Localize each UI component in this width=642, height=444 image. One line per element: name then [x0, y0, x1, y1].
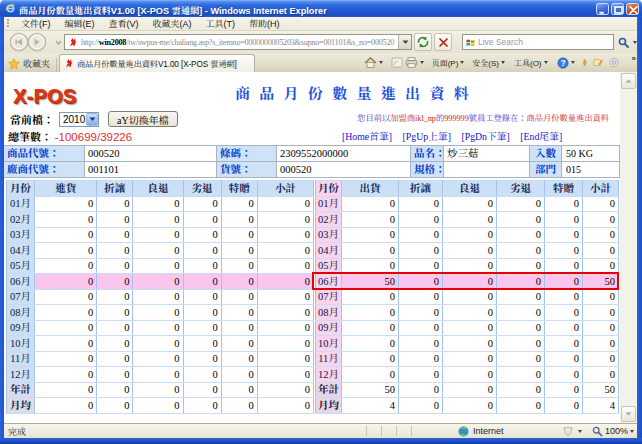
product-form: 商品代號： 000520 條碼： 2309552000000 品名： 炒三菇 入…	[4, 145, 620, 178]
table-row: 09月000000	[316, 320, 619, 336]
dropdown-carat-icon	[420, 61, 424, 64]
vertical-scrollbar[interactable]	[620, 72, 637, 423]
cell-value: 0	[97, 305, 133, 321]
cell-value: 0	[35, 196, 97, 212]
toolbar-overflow-chevron[interactable]: »	[632, 53, 636, 72]
xpos-logo: X-POS	[13, 85, 76, 108]
page-menu-button[interactable]: 页面(P)	[432, 53, 465, 72]
recent-pages-dropdown[interactable]	[54, 38, 63, 47]
menu-favorites[interactable]: 收藏夹(A)	[146, 16, 199, 31]
tools-menu-button[interactable]: 工具(O)	[514, 53, 548, 72]
cell-value: 0	[399, 320, 443, 336]
search-input[interactable]: Live Search	[462, 34, 614, 50]
scroll-up-button[interactable]	[621, 73, 636, 89]
help-button[interactable]: ?	[557, 53, 575, 72]
scroll-down-button[interactable]	[621, 406, 636, 422]
refresh-button[interactable]	[414, 33, 432, 51]
address-field[interactable]: http://win2008/tw/swpos-me/chaliang.asp?…	[64, 34, 412, 50]
menu-view[interactable]: 查看(V)	[102, 16, 146, 31]
search-button[interactable]	[616, 34, 630, 50]
field-label-product-name: 品名：	[411, 146, 444, 162]
addon-messenger-button[interactable]	[609, 53, 619, 72]
print-button[interactable]	[405, 53, 424, 72]
year-select[interactable]: 2010	[59, 112, 99, 127]
login-text: 的	[436, 114, 444, 123]
minimize-button[interactable]	[596, 3, 609, 15]
cell-value: 0	[133, 196, 183, 212]
tab-bar: 收藏夹 商品月份數量進出資料V1.00 [X-POS 雲通網]	[4, 53, 637, 72]
home-button[interactable]	[364, 53, 383, 72]
cell-value: 0	[545, 274, 583, 290]
addon-translate-button[interactable]	[581, 53, 588, 72]
forward-button[interactable]	[28, 33, 45, 50]
cell-value: 0	[583, 320, 619, 336]
menu-tools[interactable]: 工具(T)	[199, 16, 243, 31]
nav-pgup-link[interactable]: [PgUp上筆]	[403, 131, 451, 142]
row-label: 03月	[7, 227, 35, 243]
field-vendor-code: 001101	[85, 162, 217, 178]
cell-value: 0	[583, 289, 619, 305]
product-name-input[interactable]: 炒三菇	[444, 147, 529, 161]
cell-value: 0	[35, 243, 97, 259]
cell-value: 0	[497, 258, 545, 274]
cell-value: 0	[35, 351, 97, 367]
login-text: 您目前以	[357, 114, 390, 123]
select-arrow-icon	[86, 113, 98, 126]
zone-label: Internet	[473, 426, 504, 436]
cell-value: 0	[497, 336, 545, 352]
cell-value: 0	[545, 398, 583, 414]
field-spec	[444, 162, 530, 178]
active-tab[interactable]: 商品月份數量進出資料V1.00 [X-POS 雲通網]	[59, 54, 255, 72]
menu-help[interactable]: 帮助(H)	[242, 16, 287, 31]
zoom-level: 100%	[605, 426, 628, 436]
column-header: 小計	[583, 181, 619, 197]
address-dropdown-button[interactable]	[398, 35, 411, 49]
product-code-input[interactable]: 000520	[85, 147, 216, 161]
safety-menu-button[interactable]: 安全(S)	[472, 53, 505, 72]
row-label: 09月	[316, 320, 342, 336]
table-row: 11月000000	[316, 351, 619, 367]
column-header: 良退	[443, 181, 497, 197]
nav-pgdn-link[interactable]: [PgDn下筆]	[461, 131, 509, 142]
switch-year-button[interactable]: aY切換年檔	[108, 111, 178, 127]
row-label: 10月	[316, 336, 342, 352]
close-button[interactable]	[626, 3, 639, 15]
protected-mode-button[interactable]	[562, 426, 582, 437]
menu-file[interactable]: 文件(F)	[14, 16, 58, 31]
cell-value: 0	[545, 382, 583, 398]
help-icon: ?	[557, 57, 569, 69]
table-row: 月均400004	[316, 398, 619, 414]
login-franchisee: 加盟商ikl_np	[390, 114, 436, 123]
vendor-code-input[interactable]: 001101	[85, 163, 216, 177]
item-no-input[interactable]: 000520	[277, 163, 410, 177]
cell-value: 0	[183, 336, 221, 352]
barcode-input[interactable]: 2309552000000	[277, 147, 410, 161]
column-header: 月份	[316, 181, 342, 197]
outbound-table: 月份出貨折讓良退劣退特贈小計01月00000002月00000003月00000…	[315, 180, 619, 414]
zoom-control[interactable]: 100%	[592, 426, 634, 437]
cell-value: 0	[257, 243, 313, 259]
maximize-button[interactable]	[611, 3, 624, 15]
feeds-button[interactable]	[391, 53, 403, 72]
stop-button[interactable]	[434, 33, 452, 51]
cell-value: 0	[443, 336, 497, 352]
department-value: 015	[562, 162, 620, 178]
nav-end-link[interactable]: [End尾筆]	[520, 131, 562, 142]
row-label: 06月	[316, 274, 342, 290]
cell-value: 0	[545, 305, 583, 321]
cell-value: 0	[257, 336, 313, 352]
spec-input[interactable]	[444, 163, 529, 177]
login-page-name: 商品月份數量進出資料	[527, 114, 609, 123]
addon-blog-button[interactable]	[593, 53, 603, 72]
cell-value: 0	[257, 367, 313, 383]
favorites-button[interactable]: 收藏夹	[4, 55, 56, 72]
table-row: 02月000000	[316, 212, 619, 228]
cell-value: 0	[257, 320, 313, 336]
nav-home-link[interactable]: [Home首筆]	[342, 131, 392, 142]
cell-value: 0	[221, 336, 257, 352]
status-pane-separator	[366, 426, 367, 436]
table-row: 08月000000	[316, 305, 619, 321]
back-button[interactable]	[10, 33, 27, 50]
row-label: 月均	[316, 398, 342, 414]
menu-edit[interactable]: 编辑(E)	[58, 16, 102, 31]
